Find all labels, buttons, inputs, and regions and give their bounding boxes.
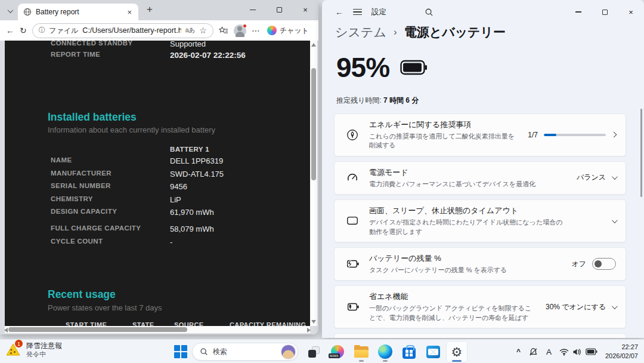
favorite-star-icon[interactable]: ☆: [199, 26, 207, 35]
translate-icon[interactable]: aあ: [185, 26, 196, 35]
taskbar-clock[interactable]: 22:27 2026/02/07: [605, 343, 638, 361]
settings-app-label: 設定: [371, 7, 386, 17]
settings-card-list: エネルギーに関する推奨事項 これらの推奨事項を適用して二酸化炭素排出量を削減する…: [334, 113, 626, 338]
card-battery-percentage[interactable]: バッテリーの残量 % タスク バーにバッテリーの残量 % を表示する オフ: [334, 247, 626, 281]
copilot-chat-label: チャット: [280, 26, 309, 36]
section-title: Recent usage: [48, 288, 116, 301]
tab-close-button[interactable]: ×: [126, 8, 133, 17]
report-value: DELL 1PP6319: [170, 156, 223, 165]
leaf-icon: [345, 128, 360, 141]
chevron-down-icon[interactable]: [612, 303, 618, 309]
taskbar-weather-widget[interactable]: 1 降雪注意報 発令中: [5, 342, 62, 359]
copilot-chat-button[interactable]: チャット: [265, 24, 312, 38]
active-running-indicator: [452, 360, 462, 362]
report-label: CONNECTED STANDBY: [51, 41, 133, 47]
settings-scrollbar-thumb[interactable]: [640, 109, 642, 197]
taskbar-settings-button[interactable]: ⚙: [446, 341, 467, 362]
settings-minimize-button[interactable]: [565, 1, 592, 23]
report-label: FULL CHARGE CAPACITY: [51, 224, 141, 232]
back-button[interactable]: ←: [6, 26, 14, 35]
windows-logo-icon: [174, 345, 187, 358]
scroll-right-arrow[interactable]: [307, 328, 311, 333]
chevron-right-icon[interactable]: [611, 132, 617, 138]
address-scheme-label: ファイル: [49, 26, 78, 36]
weather-title: 降雪注意報: [26, 342, 62, 350]
report-label: SERIAL NUMBER: [51, 182, 111, 189]
chevron-down-icon: [7, 7, 13, 13]
minimize-icon: [575, 11, 581, 12]
desktop: Battery report × + × ← ↻ ⓘ ファイル C:/Users…: [0, 0, 644, 363]
browser-tab[interactable]: Battery report ×: [18, 4, 138, 20]
report-value: 58,079 mWh: [170, 224, 214, 233]
scroll-up-arrow[interactable]: [311, 43, 316, 47]
browser-close-button[interactable]: ×: [292, 0, 318, 20]
settings-maximize-button[interactable]: [592, 1, 618, 23]
file-explorer-icon: [354, 346, 369, 358]
progress-label: 1/7: [528, 131, 538, 139]
report-value: 61,970 mWh: [170, 208, 214, 217]
card-screen-sleep-timeouts[interactable]: 画面、スリープ、休止状態のタイムアウト デバイスが指定された時間にわたりアイドル…: [334, 199, 626, 242]
browser-minimize-button[interactable]: [240, 0, 266, 20]
search-icon[interactable]: [425, 8, 434, 17]
taskbar-edge-button[interactable]: [374, 341, 396, 362]
settings-close-button[interactable]: ×: [618, 1, 644, 23]
time-remaining-value: 7 時間 6 分: [383, 96, 419, 104]
chevron-down-icon[interactable]: [612, 217, 618, 223]
hamburger-menu-icon[interactable]: [353, 7, 362, 17]
settings-window: ← 設定 × システム › 電源とバッテリー 95%: [322, 0, 644, 338]
info-icon[interactable]: ⓘ: [39, 26, 45, 35]
taskbar-store-button[interactable]: [398, 341, 420, 362]
section-title: Installed batteries: [48, 111, 137, 124]
breadcrumb-system[interactable]: システム: [335, 24, 386, 41]
battery-percent: 95%: [336, 51, 389, 84]
horizontal-scrollbar[interactable]: [5, 326, 310, 333]
chevron-down-icon[interactable]: [612, 174, 618, 180]
do-not-disturb-icon[interactable]: [528, 347, 538, 357]
battery-column-header: BATTERY 1: [170, 143, 209, 156]
notification-dot: [243, 24, 247, 28]
tray-chevron-up[interactable]: ^: [516, 347, 521, 356]
power-mode-value[interactable]: バランス: [577, 173, 606, 183]
card-power-mode[interactable]: 電源モード 電力消費とパフォーマンスに基づいてデバイスを最適化 バランス: [334, 161, 626, 195]
column-header-text: BATTERY 1: [170, 146, 209, 153]
new-tab-button[interactable]: +: [147, 4, 153, 16]
taskbar-explorer-button[interactable]: [351, 341, 372, 362]
vertical-scrollbar[interactable]: [310, 41, 317, 326]
profile-avatar[interactable]: [234, 24, 246, 37]
network-volume-battery-group[interactable]: [559, 348, 597, 356]
address-bar[interactable]: ⓘ ファイル C:/Users/User/battery-report.html…: [32, 23, 213, 38]
taskbar-search-box[interactable]: 検索: [192, 343, 298, 361]
task-view-button[interactable]: [303, 341, 324, 362]
card-energy-recommendations[interactable]: エネルギーに関する推奨事項 これらの推奨事項を適用して二酸化炭素排出量を削減する…: [334, 113, 626, 156]
report-value: 9456: [170, 182, 187, 191]
scroll-down-arrow[interactable]: [311, 320, 316, 324]
ime-indicator[interactable]: A: [546, 347, 552, 356]
more-menu-button[interactable]: ⋯: [252, 26, 260, 35]
report-label: CYCLE COUNT: [51, 238, 103, 245]
refresh-button[interactable]: ↻: [20, 26, 27, 35]
scroll-left-arrow[interactable]: [4, 328, 8, 333]
browser-maximize-button[interactable]: [266, 0, 292, 20]
card-energy-saver[interactable]: 省エネ機能 一部のバックグラウンド アクティビティを制限することで、電力消費を削…: [334, 285, 626, 328]
search-character-avatar[interactable]: [281, 344, 296, 359]
settings-back-button[interactable]: ←: [335, 7, 343, 17]
report-row: REPORT TIME 2026-02-07 22:22:56: [51, 51, 310, 63]
tab-search-button[interactable]: [5, 5, 16, 16]
weather-subtitle: 発令中: [26, 350, 62, 359]
card-battery-usage[interactable]: バッテリーの使用状況: [334, 333, 626, 338]
vertical-scroll-thumb[interactable]: [311, 68, 316, 180]
browser-tabstrip: Battery report × + ×: [0, 0, 318, 20]
battery-percent-toggle[interactable]: [592, 258, 616, 270]
collections-icon[interactable]: [219, 26, 228, 35]
address-url[interactable]: C:/Users/User/battery-report.html: [82, 26, 181, 35]
energy-saver-value[interactable]: 30% でオンにする: [546, 302, 606, 312]
settings-window-controls: ×: [565, 1, 644, 23]
report-label: NAME: [51, 156, 72, 164]
horizontal-scroll-thumb[interactable]: [8, 327, 187, 332]
taskbar-copilot-button[interactable]: M365: [327, 341, 348, 362]
clock-date: 2026/02/07: [605, 352, 638, 361]
start-button[interactable]: [170, 341, 191, 362]
card-description: 一部のバックグラウンド アクティビティを制限することで、電力消費を削減し、バッテ…: [369, 304, 536, 322]
taskbar-outlook-button[interactable]: [422, 341, 444, 362]
maximize-icon: [277, 7, 282, 13]
